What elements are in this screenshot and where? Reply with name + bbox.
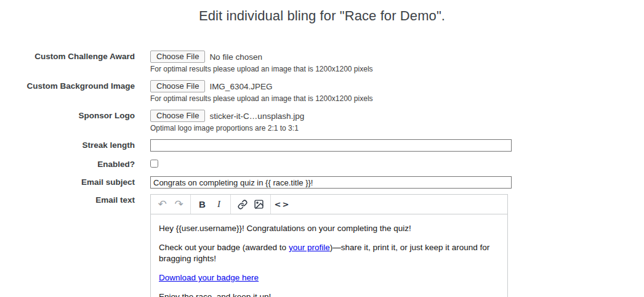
editor-paragraph: Check out your badge (awarded to your pr… (159, 242, 499, 264)
link-icon (238, 200, 248, 210)
helper-text-background-image: For optimal results please upload an ima… (150, 94, 520, 103)
toolbar-group-code: <> (271, 195, 294, 214)
field-row-enabled: Enabled? (0, 158, 644, 170)
page-title: Edit individual bling for "Race for Demo… (0, 0, 644, 24)
enabled-label: Enabled? (0, 158, 135, 169)
file-line: Choose File IMG_6304.JPEG (150, 80, 520, 92)
email-subject-label: Email subject (0, 176, 135, 189)
code-icon: <> (275, 200, 291, 209)
custom-background-image-label: Custom Background Image (0, 80, 135, 92)
choose-file-button-challenge-award[interactable]: Choose File (150, 51, 205, 63)
file-line: Choose File No file chosen (150, 51, 520, 63)
closing-text: Enjoy the race, and keep it up! (159, 292, 271, 297)
image-icon (254, 199, 264, 210)
image-button[interactable] (251, 197, 267, 212)
email-text-editor: ↶ ↷ B I (150, 194, 508, 297)
bold-button[interactable]: B (194, 197, 211, 212)
your-profile-link[interactable]: your profile (289, 243, 330, 252)
file-status-challenge-award: No file chosen (209, 52, 262, 62)
enabled-checkbox[interactable] (150, 160, 158, 168)
field-row-streak-length: Streak length (0, 139, 644, 152)
streak-length-input[interactable] (150, 139, 512, 152)
custom-challenge-award-control: Choose File No file chosen For optimal r… (150, 51, 520, 73)
redo-button[interactable]: ↷ (171, 197, 187, 212)
field-row-custom-background-image: Custom Background Image Choose File IMG_… (0, 80, 644, 103)
email-text-label: Email text (0, 194, 135, 206)
helper-text-sponsor-logo: Optimal logo image proportions are 2:1 t… (150, 124, 520, 132)
sponsor-logo-label: Sponsor Logo (0, 110, 135, 122)
field-row-email-text: Email text ↶ ↷ B I (0, 194, 644, 297)
editor-paragraph: Hey {{user.username}}! Congratulations o… (159, 223, 499, 234)
field-row-custom-challenge-award: Custom Challenge Award Choose File No fi… (0, 51, 644, 73)
italic-button[interactable]: I (211, 197, 227, 212)
toolbar-group-format: B I (191, 195, 231, 214)
code-view-button[interactable]: <> (274, 197, 291, 212)
greeting-text: Hey {{user.username}}! Congratulations o… (159, 224, 411, 233)
toolbar-group-history: ↶ ↷ (151, 195, 191, 214)
email-subject-input[interactable] (150, 176, 512, 189)
editor-paragraph: Download your badge here (159, 272, 499, 283)
sponsor-logo-control: Choose File sticker-it-C…unsplash.jpg Op… (150, 110, 520, 132)
toolbar-group-insert (231, 195, 271, 214)
editor-paragraph: Enjoy the race, and keep it up! (159, 291, 499, 297)
italic-icon: I (217, 199, 220, 210)
enabled-control (150, 158, 520, 170)
editor-content[interactable]: Hey {{user.username}}! Congratulations o… (151, 214, 507, 297)
file-status-background-image: IMG_6304.JPEG (209, 82, 272, 91)
bold-icon: B (199, 199, 206, 210)
streak-length-label: Streak length (0, 139, 135, 152)
streak-length-control (150, 139, 520, 152)
custom-challenge-award-label: Custom Challenge Award (0, 51, 135, 63)
editor-toolbar: ↶ ↷ B I (151, 195, 507, 214)
bling-form: Custom Challenge Award Choose File No fi… (0, 51, 644, 297)
choose-file-button-sponsor-logo[interactable]: Choose File (150, 110, 205, 122)
file-status-sponsor-logo: sticker-it-C…unsplash.jpg (209, 112, 304, 121)
link-button[interactable] (234, 197, 251, 212)
email-subject-control (150, 176, 520, 189)
helper-text-challenge-award: For optimal results please upload an ima… (150, 65, 520, 73)
choose-file-button-background-image[interactable]: Choose File (150, 80, 205, 92)
field-row-sponsor-logo: Sponsor Logo Choose File sticker-it-C…un… (0, 110, 644, 132)
custom-background-image-control: Choose File IMG_6304.JPEG For optimal re… (150, 80, 520, 103)
badge-text-before-link: Check out your badge (awarded to (159, 243, 289, 252)
field-row-email-subject: Email subject (0, 176, 644, 189)
redo-icon: ↷ (174, 199, 183, 210)
download-badge-link[interactable]: Download your badge here (159, 273, 259, 282)
file-line: Choose File sticker-it-C…unsplash.jpg (150, 110, 520, 122)
undo-icon: ↶ (158, 199, 166, 210)
undo-button[interactable]: ↶ (154, 197, 171, 212)
